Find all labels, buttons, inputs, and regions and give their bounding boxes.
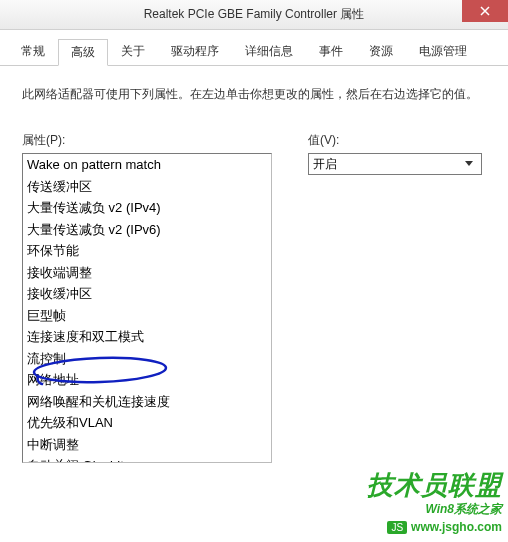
tab-events[interactable]: 事件 [306, 38, 356, 65]
property-label: 属性(P): [22, 132, 272, 149]
list-item[interactable]: 环保节能 [23, 240, 271, 262]
chevron-down-icon [461, 161, 477, 167]
list-item[interactable]: 网络地址 [23, 369, 271, 391]
list-item[interactable]: 网络唤醒和关机连接速度 [23, 391, 271, 413]
watermark: 技术员联盟 Win8系统之家 JS www.jsgho.com [367, 468, 502, 534]
list-item[interactable]: Wake on pattern match [23, 154, 271, 176]
list-item[interactable]: 大量传送减负 v2 (IPv6) [23, 219, 271, 241]
list-item[interactable]: 大量传送减负 v2 (IPv4) [23, 197, 271, 219]
watermark-main: 技术员联盟 [367, 468, 502, 503]
property-listbox[interactable]: Wake on pattern match 传送缓冲区 大量传送减负 v2 (I… [22, 153, 272, 463]
list-item[interactable]: 接收缓冲区 [23, 283, 271, 305]
list-item[interactable]: 流控制 [23, 348, 271, 370]
tab-advanced[interactable]: 高级 [58, 39, 108, 66]
tab-driver[interactable]: 驱动程序 [158, 38, 232, 65]
list-item[interactable]: 巨型帧 [23, 305, 271, 327]
tab-power[interactable]: 电源管理 [406, 38, 480, 65]
list-item[interactable]: 传送缓冲区 [23, 176, 271, 198]
list-item[interactable]: 优先级和VLAN [23, 412, 271, 434]
controls-row: 属性(P): Wake on pattern match 传送缓冲区 大量传送减… [22, 132, 486, 463]
value-label: 值(V): [308, 132, 486, 149]
tab-general[interactable]: 常规 [8, 38, 58, 65]
tab-content: 此网络适配器可使用下列属性。在左边单击你想更改的属性，然后在右边选择它的值。 属… [0, 66, 508, 481]
watermark-sub: Win8系统之家 [367, 501, 502, 518]
list-item[interactable]: 自动关闭 Gigabit [23, 455, 271, 463]
tab-resources[interactable]: 资源 [356, 38, 406, 65]
tab-details[interactable]: 详细信息 [232, 38, 306, 65]
window-titlebar: Realtek PCIe GBE Family Controller 属性 [0, 0, 508, 30]
list-item[interactable]: 接收端调整 [23, 262, 271, 284]
tab-strip: 常规 高级 关于 驱动程序 详细信息 事件 资源 电源管理 [0, 30, 508, 66]
close-button[interactable] [462, 0, 508, 22]
description-text: 此网络适配器可使用下列属性。在左边单击你想更改的属性，然后在右边选择它的值。 [22, 84, 486, 104]
window-title: Realtek PCIe GBE Family Controller 属性 [144, 6, 365, 23]
tab-about[interactable]: 关于 [108, 38, 158, 65]
list-item[interactable]: 中断调整 [23, 434, 271, 456]
value-selected: 开启 [313, 156, 461, 173]
close-icon [480, 6, 490, 16]
watermark-url-row: JS www.jsgho.com [367, 520, 502, 534]
watermark-badge: JS [387, 521, 407, 534]
watermark-url: www.jsgho.com [411, 520, 502, 534]
value-combobox[interactable]: 开启 [308, 153, 482, 175]
list-item[interactable]: 连接速度和双工模式 [23, 326, 271, 348]
